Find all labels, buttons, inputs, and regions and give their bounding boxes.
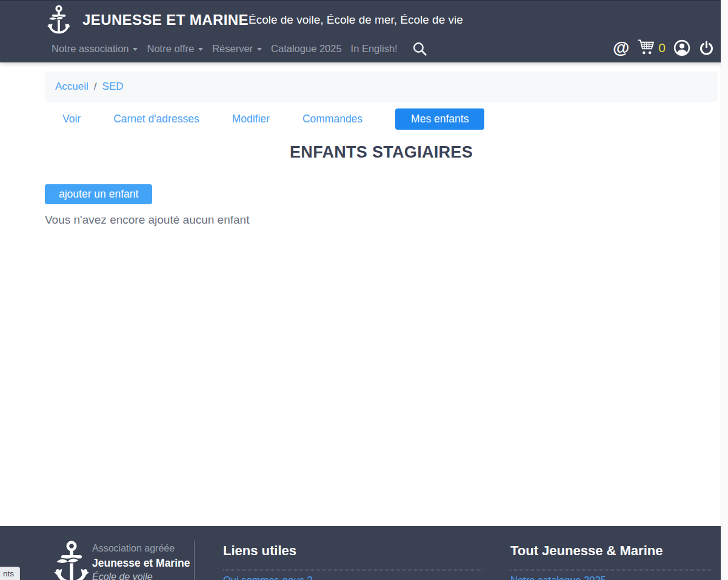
main-nav: Notre association Notre offre Réserver C… [52,39,428,58]
footer-association-line: Association agréée [92,543,175,554]
footer-divider [194,541,195,580]
tab-commandes[interactable]: Commandes [302,113,362,125]
account-icon[interactable] [673,39,690,56]
cart-button[interactable]: 0 [637,39,666,58]
tab-mes-enfants[interactable]: Mes enfants [395,108,484,130]
site-footer: Association agréée Jeunesse et Marine Éc… [0,526,728,580]
brand-title[interactable]: JEUNESSE ET MARINE [82,12,249,28]
nav-label: Catalogue 2025 [271,43,342,55]
add-child-button[interactable]: ajouter un enfant [45,184,152,204]
nav-notre-association[interactable]: Notre association [52,43,138,55]
chevron-down-icon [257,48,262,51]
contact-at-icon[interactable] [613,39,629,56]
nav-catalogue-2025[interactable]: Catalogue 2025 [271,43,342,55]
anchor-logo-icon[interactable] [45,4,73,39]
cart-count-badge: 0 [658,41,666,55]
footer-anchor-logo-icon [51,539,92,580]
logout-power-icon[interactable] [698,40,715,56]
cart-icon [637,39,655,58]
page-title: ENFANTS STAGIAIRES [45,143,718,162]
footer-link-qui-sommes-nous[interactable]: Qui sommes-nous ? [223,575,483,580]
footer-useful-links-column: Liens utiles Qui sommes-nous ? [223,543,483,580]
tab-modifier[interactable]: Modifier [232,113,270,125]
page: JEUNESSE ET MARINE École de voile, École… [0,0,728,580]
chevron-down-icon [133,48,138,51]
dotted-divider [510,570,712,570]
footer-brand-name: Jeunesse et Marine [92,557,190,570]
tab-voir[interactable]: Voir [62,113,81,125]
chevron-down-icon [198,48,203,51]
footer-column-title: Tout Jeunesse & Marine [510,543,712,559]
site-header: JEUNESSE ET MARINE École de voile, École… [0,0,728,62]
nav-label: Réserver [212,43,253,55]
nav-in-english[interactable]: In English! [351,43,398,55]
footer-column-title: Liens utiles [223,543,483,559]
breadcrumb-separator: / [94,81,97,93]
breadcrumb-current[interactable]: SED [102,81,124,93]
tab-carnet-adresses[interactable]: Carnet d'adresses [113,113,199,125]
nav-notre-offre[interactable]: Notre offre [147,43,203,55]
nav-label: Notre association [52,43,129,55]
nav-label: In English! [351,43,398,55]
breadcrumb: Accueil / SED [45,72,718,102]
breadcrumb-home-link[interactable]: Accueil [55,81,88,93]
footer-link-catalogue[interactable]: Notre catalogue 2025 [510,575,712,580]
empty-children-message: Vous n'avez encore ajouté aucun enfant [45,213,249,227]
dotted-divider [223,570,483,570]
nav-label: Notre offre [147,43,194,55]
link-preview-tooltip: nts [0,567,20,580]
footer-all-jm-column: Tout Jeunesse & Marine Notre catalogue 2… [510,543,712,580]
header-account-icons: 0 [613,38,715,58]
brand-tagline: École de voile, École de mer, École de v… [249,13,463,27]
scrollbar[interactable] [721,0,728,580]
nav-reserver[interactable]: Réserver [212,43,262,55]
account-tabs: Voir Carnet d'adresses Modifier Commande… [45,108,718,130]
search-icon[interactable] [412,41,428,57]
footer-school-line: École de voile [92,572,153,580]
